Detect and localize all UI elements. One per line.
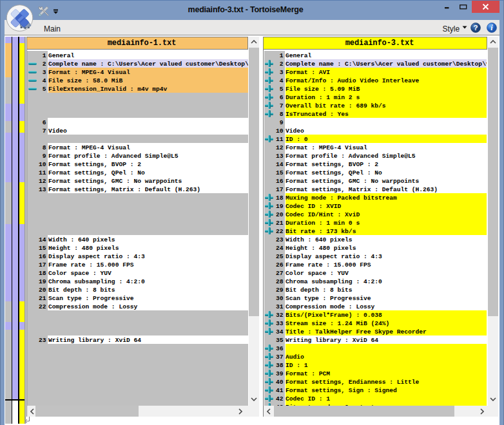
svg-text:?: ? (473, 24, 478, 32)
